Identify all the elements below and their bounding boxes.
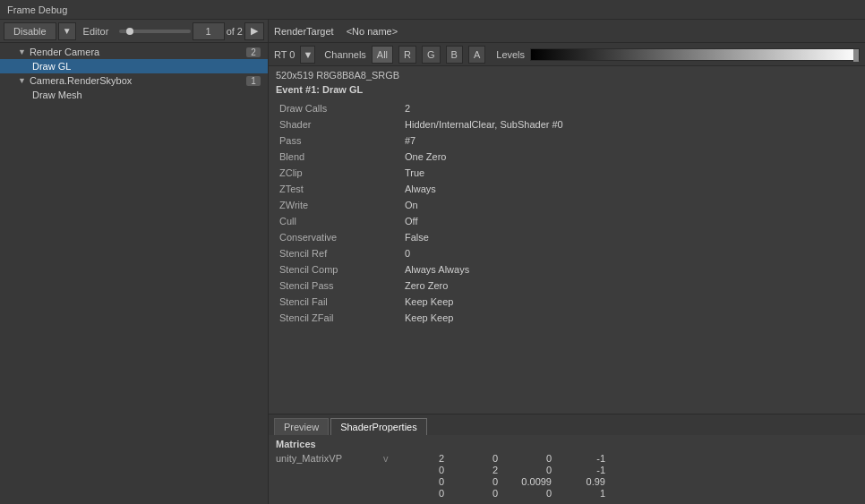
matrix-cell: -1 — [559, 453, 612, 464]
slider-track — [119, 30, 190, 33]
render-target-label: RenderTarget — [274, 26, 334, 37]
matrix-cell: 0 — [451, 476, 505, 487]
rt-bar: RenderTarget <No name> — [269, 20, 865, 43]
of-label: of 2 — [227, 26, 243, 37]
tab-shaderproperties[interactable]: ShaderProperties — [330, 418, 427, 435]
levels-bar[interactable] — [530, 48, 860, 61]
table-row: Stencil Ref0 — [276, 245, 858, 261]
rt-dropdown[interactable]: ▼ — [300, 46, 315, 64]
matrix-values: 200-1020-1000.00990.990001 — [398, 453, 612, 499]
table-row: Draw Calls2 — [276, 100, 858, 116]
table-row: ZTestAlways — [276, 181, 858, 197]
matrix-cell: 0 — [398, 476, 451, 487]
channels-bar: RT 0 ▼ Channels All R G B A Levels — [269, 43, 865, 66]
matrix-cell: 0.99 — [559, 476, 612, 487]
channel-g-btn[interactable]: G — [422, 46, 441, 64]
prop-value: False — [401, 229, 858, 245]
levels-bar-handle — [853, 49, 859, 62]
matrix-cell: 0.0099 — [505, 476, 559, 487]
tree-item-badge: 2 — [246, 47, 261, 57]
prop-key: Stencil ZFail — [276, 310, 401, 326]
matrix-cell: 0 — [451, 488, 505, 499]
table-row: CullOff — [276, 213, 858, 229]
prop-value: 2 — [401, 100, 858, 116]
nav-arrow-button[interactable]: ▶ — [244, 22, 264, 40]
prop-value: Always Always — [401, 261, 858, 278]
prop-key: Stencil Pass — [276, 278, 401, 294]
table-row: ZClipTrue — [276, 165, 858, 181]
matrix-cell: 0 — [398, 488, 451, 499]
rt-zero-label: RT 0 — [274, 49, 295, 60]
title-label: Frame Debug — [7, 4, 67, 15]
prop-value: #7 — [401, 132, 858, 149]
table-row: Stencil CompAlways Always — [276, 261, 858, 278]
disable-button[interactable]: Disable — [4, 22, 56, 40]
prop-key: Shader — [276, 116, 401, 132]
channel-a-btn[interactable]: A — [468, 46, 485, 64]
tree-item-render-camera[interactable]: ▼ Render Camera 2 — [0, 45, 268, 59]
prop-value: Off — [401, 213, 858, 229]
tab-preview[interactable]: Preview — [274, 418, 329, 435]
prop-value: Keep Keep — [401, 294, 858, 310]
prop-key: Pass — [276, 132, 401, 149]
matrix-cell: 0 — [398, 465, 451, 475]
matrix-cell: 2 — [451, 465, 505, 475]
matrices-title: Matrices — [276, 439, 858, 449]
prop-key: ZWrite — [276, 197, 401, 213]
prop-value: 0 — [401, 245, 858, 261]
matrices-section: Matrices unity_MatrixVPv200-1020-1000.00… — [269, 435, 865, 504]
render-target-value: <No name> — [347, 26, 398, 37]
tree-item-badge: 1 — [246, 76, 261, 86]
channel-all-btn[interactable]: All — [372, 46, 393, 64]
tree-arrow: ▼ — [18, 76, 26, 85]
channel-r-btn[interactable]: R — [398, 46, 416, 64]
prop-key: Cull — [276, 213, 401, 229]
content-area: 520x519 R8G8B8A8_SRGB Event #1: Draw GL … — [269, 66, 865, 414]
image-info: 520x519 R8G8B8A8_SRGB — [276, 70, 858, 81]
matrix-row: unity_MatrixVPv200-1020-1000.00990.99000… — [276, 453, 858, 499]
properties-table: Draw Calls2ShaderHidden/InternalClear, S… — [276, 100, 858, 326]
prop-key: ZTest — [276, 181, 401, 197]
matrix-v-label: v — [383, 453, 398, 464]
prop-key: Stencil Comp — [276, 261, 401, 278]
matrix-cell: 0 — [505, 453, 559, 464]
tree-item-draw-gl[interactable]: Draw GL — [0, 59, 268, 73]
toolbar: Disable ▼ Editor 1 of 2 ▶ — [0, 20, 268, 43]
table-row: Stencil PassZero Zero — [276, 278, 858, 294]
prop-value: Always — [401, 181, 858, 197]
matrix-cell: 0 — [505, 465, 559, 475]
dropdown-arrow-button[interactable]: ▼ — [58, 22, 76, 40]
prop-value: Hidden/InternalClear, SubShader #0 — [401, 116, 858, 132]
prop-value: One Zero — [401, 149, 858, 165]
prop-key: Stencil Ref — [276, 245, 401, 261]
matrix-name: unity_MatrixVP — [276, 453, 383, 464]
prop-key: Stencil Fail — [276, 294, 401, 310]
prop-key: Blend — [276, 149, 401, 165]
frame-input[interactable]: 1 — [193, 22, 225, 40]
table-row: ConservativeFalse — [276, 229, 858, 245]
title-bar: Frame Debug — [0, 0, 865, 20]
matrix-cell: -1 — [559, 465, 612, 475]
prop-value: Keep Keep — [401, 310, 858, 326]
prop-value: True — [401, 165, 858, 181]
matrix-cell: 0 — [505, 488, 559, 499]
tree-item-draw-mesh[interactable]: Draw Mesh — [0, 88, 268, 102]
tree-item-camera-renderskybox[interactable]: ▼ Camera.RenderSkybox 1 — [0, 73, 268, 88]
tree-item-label: Draw GL — [32, 61, 71, 72]
editor-label: Editor — [78, 26, 115, 37]
right-panel: RenderTarget <No name> RT 0 ▼ Channels A… — [269, 20, 865, 504]
tree-area: ▼ Render Camera 2 Draw GL ▼ Camera.Rende… — [0, 43, 268, 504]
tree-item-label: Render Camera — [30, 47, 99, 57]
table-row: Stencil ZFailKeep Keep — [276, 310, 858, 326]
prop-value: On — [401, 197, 858, 213]
levels-label: Levels — [496, 49, 525, 60]
table-row: Stencil FailKeep Keep — [276, 294, 858, 310]
left-panel: Disable ▼ Editor 1 of 2 ▶ ▼ Render Camer… — [0, 20, 269, 504]
event-title: Event #1: Draw GL — [276, 84, 858, 95]
channel-b-btn[interactable]: B — [446, 46, 463, 64]
matrix-cell: 1 — [559, 488, 612, 499]
frame-slider[interactable] — [119, 30, 190, 33]
table-row: BlendOne Zero — [276, 149, 858, 165]
table-row: ZWriteOn — [276, 197, 858, 213]
table-row: Pass#7 — [276, 132, 858, 149]
